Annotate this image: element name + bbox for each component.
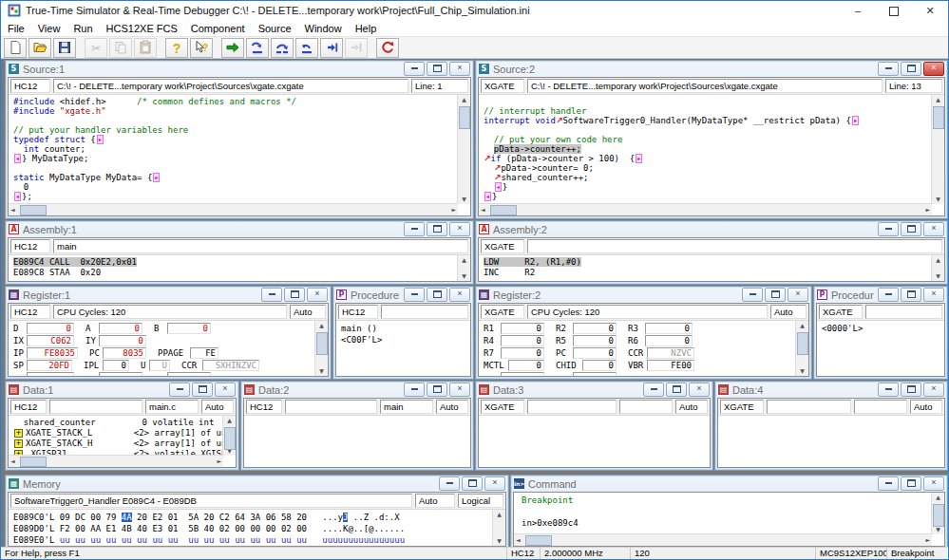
menu-window[interactable]: Window: [298, 23, 349, 34]
asm-line[interactable]: E089C4 CALL 0x20E2,0x01: [13, 257, 458, 268]
titlebar-memory[interactable]: ▦ Memory ×: [6, 476, 508, 492]
close-button[interactable]: ×: [449, 62, 470, 76]
scroll-up-icon[interactable]: ▲: [462, 255, 466, 265]
expand-box-icon[interactable]: ◂: [14, 154, 21, 163]
scroll-left-icon[interactable]: ◄: [516, 535, 521, 545]
restore-button[interactable]: [427, 288, 447, 302]
core-field[interactable]: XGATE: [819, 305, 863, 319]
scrollbar-thumb[interactable]: [20, 205, 47, 215]
expand-box-icon[interactable]: ◂: [495, 182, 502, 192]
new-button[interactable]: [4, 38, 27, 58]
close-button[interactable]: ×: [307, 288, 328, 302]
restore-button[interactable]: [427, 62, 447, 76]
register-field[interactable]: UU: [141, 360, 170, 371]
menu-hcs12xe-fcs[interactable]: HCS12XE FCS: [100, 23, 184, 34]
horizontal-scrollbar[interactable]: ◄►: [9, 203, 458, 215]
horizontal-scrollbar[interactable]: ◄►: [514, 533, 932, 546]
close-button[interactable]: ×: [484, 476, 505, 491]
minimize-button[interactable]: [439, 476, 460, 491]
watch-list[interactable]: shared_counter 0 volatile int+XGATE_STAC…: [9, 416, 223, 456]
scroll-up-icon[interactable]: ▲: [462, 95, 466, 104]
horizontal-scrollbar[interactable]: ◄►: [479, 203, 932, 215]
close-button[interactable]: ×: [923, 222, 944, 236]
procedure-list[interactable]: <0000'L>: [817, 321, 944, 376]
memory-row[interactable]: E089D0'L F2 00 AA E1 4B 40 E3 01 5B 40 0…: [13, 523, 493, 534]
register-field[interactable]: PC0: [556, 347, 617, 359]
register-field[interactable]: D0: [13, 323, 74, 334]
register-grid[interactable]: R10R20R30R40R50R60R70PC0CCRNZVCMCTL0CHID…: [479, 321, 796, 376]
expand-icon[interactable]: +: [14, 429, 23, 438]
scroll-up-icon[interactable]: ▲: [497, 510, 502, 519]
memory-range-field[interactable]: SoftwareTrigger0_Handler E089C4 - E089DB: [10, 494, 412, 508]
scroll-down-icon[interactable]: ▼: [462, 271, 466, 281]
auto-mode-field[interactable]: Auto: [201, 400, 234, 414]
scroll-down-icon[interactable]: ▼: [497, 536, 502, 546]
minimize-button[interactable]: [878, 62, 899, 76]
register-field[interactable]: [484, 372, 544, 377]
open-button[interactable]: [28, 38, 51, 58]
minimize-button[interactable]: [404, 222, 425, 236]
run-button[interactable]: [221, 38, 244, 58]
menu-view[interactable]: View: [31, 23, 67, 34]
window-data1[interactable]: ▤ Data:1 × HC12 main.c Auto shared_count…: [5, 381, 239, 471]
file-field[interactable]: main: [380, 400, 433, 414]
auto-mode-field[interactable]: Auto: [910, 400, 942, 414]
restore-button[interactable]: [765, 288, 786, 302]
core-field[interactable]: HC12: [10, 400, 47, 414]
context-field[interactable]: [527, 239, 942, 253]
scrollbar-thumb[interactable]: [933, 504, 944, 527]
restore-button[interactable]: [427, 383, 447, 397]
register-field[interactable]: PC8035: [89, 347, 146, 359]
titlebar-procedure2[interactable]: P Procedure:2 ×: [814, 287, 947, 303]
restore-button[interactable]: [284, 288, 305, 302]
window-data2[interactable]: ▤ Data:2 × HC12 main Auto: [240, 381, 474, 471]
titlebar-source1[interactable]: S Source:1 ×: [6, 61, 473, 77]
titlebar-source2[interactable]: S Source:2 ×: [476, 61, 947, 77]
close-button[interactable]: ×: [215, 383, 236, 397]
titlebar-procedure1[interactable]: P Procedure:1 ×: [333, 287, 473, 303]
close-button[interactable]: ×: [449, 383, 470, 397]
scroll-up-icon[interactable]: ▲: [936, 255, 940, 265]
titlebar-data1[interactable]: ▤ Data:1 ×: [6, 382, 238, 398]
scroll-right-icon[interactable]: ►: [451, 205, 456, 215]
close-button[interactable]: ×: [689, 383, 710, 397]
file-field[interactable]: main.c: [145, 400, 199, 414]
core-field[interactable]: HC12: [10, 239, 50, 253]
expand-box-icon[interactable]: ◂: [14, 192, 21, 201]
core-field[interactable]: HC12: [10, 305, 50, 319]
scroll-right-icon[interactable]: ►: [925, 205, 930, 215]
register-field[interactable]: IY0: [85, 335, 146, 346]
maximize-button[interactable]: [876, 1, 912, 20]
minimize-button[interactable]: [404, 62, 425, 76]
path-field[interactable]: C:\! - DELETE...temporary work\Project\S…: [53, 79, 408, 93]
register-field[interactable]: [154, 372, 211, 377]
watch-row[interactable]: +XGATE_STACK_H <2> array[1] of unsigned: [13, 439, 223, 449]
auto-mode-field[interactable]: Auto: [675, 400, 708, 414]
core-field[interactable]: HC12: [10, 79, 50, 93]
scroll-right-icon[interactable]: ►: [925, 535, 930, 545]
restore-button[interactable]: [901, 222, 921, 236]
minimize-button[interactable]: [878, 222, 899, 236]
minimize-button[interactable]: [169, 383, 190, 397]
vertical-scrollbar[interactable]: ▲▼: [931, 255, 944, 281]
minimize-button[interactable]: –: [840, 1, 876, 20]
path-field[interactable]: C:\! - DELETE...temporary work\Project\S…: [527, 79, 883, 93]
minimize-button[interactable]: [404, 288, 425, 302]
register-field[interactable]: R50: [556, 335, 617, 346]
restore-button[interactable]: [427, 222, 447, 236]
register-field[interactable]: CCRNZVC: [628, 347, 694, 359]
step-into-button[interactable]: [246, 38, 269, 58]
minimize-button[interactable]: [878, 476, 899, 491]
scrollbar-thumb[interactable]: [224, 427, 236, 450]
menu-file[interactable]: File: [1, 23, 31, 34]
window-register2[interactable]: ▦ Register:2 × XGATE CPU Cycles: 120 Aut…: [475, 286, 812, 380]
close-button[interactable]: ×: [449, 222, 470, 236]
scrollbar-thumb[interactable]: [797, 332, 808, 355]
scroll-down-icon[interactable]: ▼: [936, 271, 940, 281]
window-source2[interactable]: S Source:2 × XGATE C:\! - DELETE...tempo…: [475, 60, 948, 219]
minimize-button[interactable]: [878, 288, 899, 302]
restore-button[interactable]: [462, 476, 483, 491]
window-register1[interactable]: ▦ Register:1 × HC12 CPU Cycles: 120 Auto…: [5, 286, 332, 380]
register-field[interactable]: PPAGEFE: [158, 347, 218, 359]
watch-list[interactable]: [479, 416, 710, 467]
